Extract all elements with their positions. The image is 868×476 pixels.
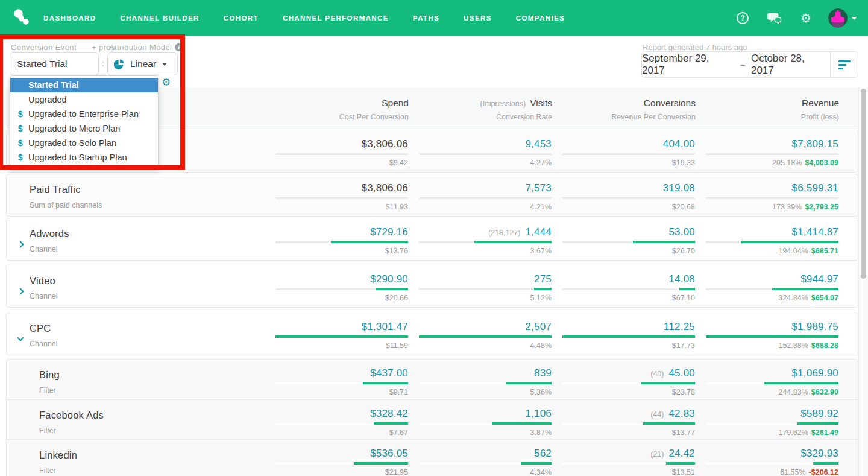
revenue-value[interactable]: $944.97 xyxy=(800,273,838,285)
dropdown-option[interactable]: Upgraded xyxy=(10,92,158,107)
revenue-value[interactable]: $329.93 xyxy=(800,448,838,460)
spend-sub-value: $9.71 xyxy=(265,388,408,396)
spend-value-line: $290.90 xyxy=(265,273,408,287)
visits-value[interactable]: 839 xyxy=(534,367,552,379)
revenue-cell: $1,989.75152.88%$688.28 xyxy=(695,321,838,355)
row-card: CPCChannel$1,301.47$11.592,5074.48%112.2… xyxy=(6,313,858,355)
dropdown-option[interactable]: $Upgraded to Startup Plan xyxy=(10,150,158,165)
revenue-value-line: $7,809.15 xyxy=(695,138,838,151)
attribution-model-select[interactable]: Linear xyxy=(107,52,178,75)
revenue-bar-fill xyxy=(797,422,838,425)
conversions-value-line: 112.25 xyxy=(552,321,695,334)
spend-value[interactable]: $437.00 xyxy=(370,367,408,379)
spend-value[interactable]: $328.42 xyxy=(370,408,408,420)
table-row[interactable]: VideoChannel$290.90$20.662755.12%14.08$6… xyxy=(7,265,858,307)
nav-item-channel-builder[interactable]: CHANNEL BUILDER xyxy=(120,14,199,22)
chevron-down-icon[interactable] xyxy=(17,334,24,341)
scrollbar-track[interactable] xyxy=(858,87,868,476)
spend-value[interactable]: $729.16 xyxy=(370,226,408,238)
chevron-down-icon[interactable] xyxy=(851,17,857,20)
info-icon[interactable]: i xyxy=(175,43,183,51)
nav-item-companies[interactable]: COMPANIES xyxy=(516,14,565,22)
row-type-label: Sum of paid channels xyxy=(30,201,265,209)
table-row[interactable]: LinkedinFilter$536.05$21.955624.34%(21)2… xyxy=(7,439,858,476)
conversions-value[interactable]: 14.08 xyxy=(668,273,695,285)
visits-value[interactable]: 562 xyxy=(534,448,552,460)
visits-bar-fill xyxy=(419,335,552,338)
nav-item-cohort[interactable]: COHORT xyxy=(224,14,259,22)
visits-bar xyxy=(419,241,552,243)
visits-value[interactable]: 7,573 xyxy=(525,182,552,194)
spend-bar xyxy=(275,336,408,338)
conversion-event-value: Started Trial xyxy=(17,59,68,69)
table-row[interactable]: BingFilter$437.00$9.718395.36%(40)45.00$… xyxy=(7,360,858,399)
nav-item-dashboard[interactable]: DASHBOARD xyxy=(43,14,96,22)
settings-gear-icon[interactable]: ⚙ xyxy=(162,76,171,88)
revenue-value-line: $329.93 xyxy=(695,448,838,461)
help-icon[interactable]: ? xyxy=(737,12,749,24)
chevron-right-icon[interactable] xyxy=(17,288,24,294)
revenue-value[interactable]: $1,069.90 xyxy=(792,367,838,379)
spend-cell: $536.05$21.95 xyxy=(265,448,408,476)
revenue-value[interactable]: $7,809.15 xyxy=(792,138,838,150)
spend-value[interactable]: $3,806.06 xyxy=(362,182,408,194)
revenue-value[interactable]: $6,599.31 xyxy=(792,182,838,194)
revenue-value[interactable]: $1,414.87 xyxy=(792,226,838,238)
header-label[interactable]: Visits xyxy=(530,98,552,108)
nav-item-channel-performance[interactable]: CHANNEL PERFORMANCE xyxy=(283,14,389,22)
conversions-value[interactable]: 42.83 xyxy=(668,408,695,420)
conversions-value[interactable]: 112.25 xyxy=(664,321,695,333)
dropdown-option[interactable]: $Upgraded to Solo Plan xyxy=(10,136,158,150)
conversions-value[interactable]: 404.00 xyxy=(663,138,695,150)
spend-value[interactable]: $1,301.47 xyxy=(362,321,408,333)
table-row[interactable]: Paid TrafficSum of paid channels$3,806.0… xyxy=(7,174,858,216)
spend-value[interactable]: $290.90 xyxy=(370,273,408,285)
table-row[interactable]: AdwordsChannel$729.16$13.76(218,127)1,44… xyxy=(7,218,858,260)
dropdown-option[interactable]: $Upgraded to Enterprise Plan xyxy=(10,107,158,121)
nav-item-paths[interactable]: PATHS xyxy=(413,14,439,22)
dropdown-option[interactable]: $Upgraded to Micro Plan xyxy=(10,121,158,136)
filter-icon[interactable] xyxy=(830,52,858,77)
conversions-value[interactable]: 53.00 xyxy=(668,226,695,238)
visits-sub-value: 5.36% xyxy=(408,388,552,396)
conversions-value[interactable]: 45.00 xyxy=(668,367,695,379)
spend-bar-fill xyxy=(374,422,408,425)
nav-item-users[interactable]: USERS xyxy=(464,14,492,22)
header-label[interactable]: Revenue xyxy=(802,98,839,108)
row-name: Facebook Ads xyxy=(39,408,265,421)
header-label[interactable]: Spend xyxy=(382,98,409,108)
table-row[interactable]: Facebook AdsFilter$328.42$7.671,1063.87%… xyxy=(7,399,858,439)
visits-value[interactable]: 2,507 xyxy=(525,321,552,333)
conversions-value[interactable]: 319.08 xyxy=(663,182,695,194)
conversions-sub-value: $20.68 xyxy=(552,203,695,211)
chat-icon[interactable] xyxy=(767,12,782,24)
spend-sub-value: $21.95 xyxy=(265,468,408,476)
revenue-value[interactable]: $589.92 xyxy=(800,408,838,420)
spend-value[interactable]: $3,806.06 xyxy=(362,138,408,150)
dropdown-option[interactable]: Started Trial xyxy=(10,78,158,92)
visits-value[interactable]: 1,106 xyxy=(525,408,552,420)
visits-cell: 7,5734.21% xyxy=(408,182,552,216)
visits-cell: 2,5074.48% xyxy=(408,321,552,355)
header-col-spend: SpendCost Per Conversion xyxy=(265,98,409,129)
spend-sub-value: $11.93 xyxy=(265,203,408,211)
revenue-value[interactable]: $1,989.75 xyxy=(792,321,838,333)
gear-icon[interactable]: ⚙ xyxy=(800,12,811,24)
visits-value[interactable]: 1,444 xyxy=(525,226,552,238)
visits-value[interactable]: 275 xyxy=(534,273,552,285)
header-label[interactable]: Conversions xyxy=(644,98,696,108)
chevron-right-icon[interactable] xyxy=(17,241,24,247)
profit-value: $685.71 xyxy=(811,247,838,255)
date-range-picker[interactable]: September 29, 2017 – October 28, 2017 xyxy=(641,51,858,78)
spend-cell: $290.90$20.66 xyxy=(265,273,408,307)
visits-sub-value: 4.48% xyxy=(408,341,552,350)
conversion-event-input[interactable]: Started Trial xyxy=(10,52,99,75)
revenue-cell: $6,599.31173.39%$2,793.25 xyxy=(695,182,838,216)
conversions-value[interactable]: 24.42 xyxy=(668,448,695,460)
scrollbar-thumb[interactable] xyxy=(861,89,866,279)
visits-value[interactable]: 9,453 xyxy=(525,138,552,150)
avatar[interactable] xyxy=(828,8,848,28)
app-logo-icon[interactable] xyxy=(12,8,33,28)
table-row[interactable]: CPCChannel$1,301.47$11.592,5074.48%112.2… xyxy=(7,313,858,355)
spend-value[interactable]: $536.05 xyxy=(370,448,408,460)
